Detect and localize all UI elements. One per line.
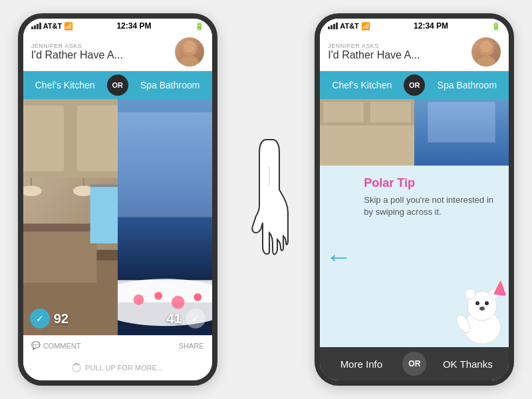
bathroom-image-partial	[414, 99, 509, 166]
svg-point-1	[180, 56, 199, 66]
jennifer-asks-label: JENNIFER ASKS	[31, 43, 175, 49]
svg-rect-35	[428, 102, 495, 142]
carrier-label: AT&T	[43, 22, 63, 30]
status-left-right: AT&T 📶	[328, 22, 370, 31]
signal-icon	[31, 23, 41, 29]
header-text: JENNIFER ASKS I'd Rather Have A...	[31, 43, 175, 61]
vote-count-right: 41	[166, 311, 181, 327]
svg-rect-15	[90, 184, 117, 243]
svg-rect-10	[23, 223, 96, 231]
svg-rect-19	[118, 112, 212, 217]
polar-tip-description: Skip a poll you're not interested in by …	[364, 194, 498, 218]
jennifer-asks-label-right: JENNIFER ASKS	[328, 43, 471, 49]
battery-icon-right: 🔋	[491, 22, 501, 31]
comment-bar: 💬 COMMENT SHARE	[23, 335, 212, 355]
svg-rect-6	[77, 106, 118, 172]
svg-rect-33	[370, 102, 411, 122]
kitchen-image[interactable]: ✓ 92	[23, 99, 118, 335]
poll-images-partial	[320, 99, 509, 166]
left-option-btn[interactable]: Chef's Kitchen	[23, 71, 107, 99]
svg-point-28	[477, 56, 495, 66]
or-badge-right: OR	[404, 74, 425, 96]
avatar-image-right	[471, 37, 501, 66]
status-right: 🔋	[195, 22, 204, 31]
action-or-badge: OR	[402, 352, 426, 376]
battery-icon: 🔋	[195, 22, 204, 31]
comment-label: COMMENT	[43, 342, 81, 350]
polar-tip-content: Polar Tip Skip a poll you're not interes…	[331, 176, 498, 218]
poll-title: I'd Rather Have A...	[31, 49, 175, 61]
share-button[interactable]: SHARE	[179, 342, 204, 350]
comment-icon: 💬	[31, 341, 41, 350]
svg-point-40	[475, 301, 479, 305]
left-option-btn-right[interactable]: Chef's Kitchen	[320, 71, 404, 99]
option-bar-left: Chef's Kitchen OR Spa Bathroom	[23, 71, 212, 99]
carrier-label-right: AT&T	[340, 22, 359, 30]
action-bar: More Info OR OK Thanks	[320, 347, 509, 380]
ok-thanks-button[interactable]: OK Thanks	[426, 347, 509, 380]
svg-point-29	[480, 41, 492, 53]
swipe-arrow-icon: ←	[325, 241, 352, 271]
svg-point-24	[172, 296, 185, 309]
svg-rect-32	[323, 102, 364, 122]
pull-more: PULL UP FOR MORE...	[23, 355, 212, 380]
svg-point-22	[133, 295, 144, 305]
svg-point-41	[485, 301, 489, 305]
svg-point-38	[465, 289, 475, 299]
status-time-right: 12:34 PM	[414, 21, 448, 31]
wifi-icon-right: 📶	[361, 22, 370, 31]
comment-button[interactable]: 💬 COMMENT	[31, 341, 81, 350]
signal-icon-right	[328, 23, 338, 29]
kitchen-image-partial	[320, 99, 414, 166]
polar-tip-title: Polar Tip	[364, 176, 498, 190]
status-bar-right: AT&T 📶 12:34 PM 🔋	[320, 19, 509, 33]
status-time: 12:34 PM	[116, 21, 151, 31]
svg-rect-9	[23, 230, 96, 283]
poll-images: ✓ 92	[23, 99, 212, 335]
or-badge-left: OR	[107, 74, 128, 96]
app-header-right: JENNIFER ASKS I'd Rather Have A...	[320, 33, 509, 71]
polar-tip-card: ← Polar Tip Skip a poll you're not inter…	[320, 166, 509, 347]
more-info-button[interactable]: More Info	[320, 347, 402, 380]
check-icon-left: ✓	[30, 309, 50, 329]
app-header-left: JENNIFER ASKS I'd Rather Have A...	[23, 33, 212, 71]
pull-more-label: PULL UP FOR MORE...	[85, 364, 163, 372]
gesture-area	[226, 13, 306, 386]
header-text-right: JENNIFER ASKS I'd Rather Have A...	[328, 43, 471, 61]
vote-count-left: 92	[54, 311, 68, 327]
pull-more-text: PULL UP FOR MORE...	[72, 363, 163, 372]
avatar-right	[471, 37, 501, 66]
check-icon-right: ✓	[186, 309, 205, 329]
status-bar-left: AT&T 📶 12:34 PM 🔋	[23, 19, 212, 33]
right-phone: AT&T 📶 12:34 PM 🔋 JENNIFER ASKS I'd Rath…	[315, 13, 514, 386]
right-option-btn[interactable]: Spa Bathroom	[128, 71, 212, 99]
poll-title-right: I'd Rather Have A...	[328, 49, 471, 61]
svg-point-2	[184, 41, 196, 53]
svg-rect-16	[90, 184, 117, 187]
vote-left: ✓ 92	[30, 309, 68, 329]
status-left: AT&T 📶	[31, 22, 74, 31]
wifi-icon: 📶	[64, 22, 73, 31]
spinner-icon	[72, 363, 81, 372]
option-bar-right: Chef's Kitchen OR Spa Bathroom	[320, 71, 509, 99]
polar-bear-icon	[456, 281, 509, 347]
svg-point-23	[154, 292, 162, 300]
avatar	[175, 37, 204, 66]
avatar-image	[175, 37, 204, 66]
bathroom-image[interactable]: 41 ✓	[118, 99, 212, 335]
svg-marker-43	[494, 281, 505, 295]
svg-rect-5	[23, 106, 64, 172]
share-label: SHARE	[179, 342, 204, 350]
svg-point-25	[194, 293, 201, 301]
right-option-btn-right[interactable]: Spa Bathroom	[425, 71, 509, 99]
left-phone: AT&T 📶 12:34 PM 🔋 JENNIFER ASKS I'd Rath…	[18, 13, 217, 386]
status-right-right: 🔋	[491, 22, 501, 31]
vote-right: 41 ✓	[166, 309, 205, 329]
svg-point-42	[479, 307, 485, 311]
hand-gesture-icon	[233, 100, 299, 299]
